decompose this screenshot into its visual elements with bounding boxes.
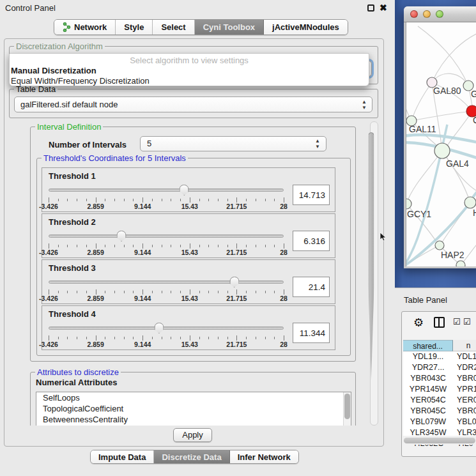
table-panel-title: Table Panel (404, 295, 447, 305)
table-row[interactable]: YER054CYER0 (403, 395, 476, 406)
node-attribute-table: shared... n YDL19...YDL1 YDR27...YDR2 YB… (403, 340, 476, 436)
threshold-4-slider[interactable]: -3.4262.8599.14415.4321.71528 (49, 323, 284, 348)
desktop-background: GAL80 GA GAL11 C GAL4 GCY1 H HAP2 (395, 0, 476, 288)
slider-track (49, 234, 284, 238)
tab-style[interactable]: Style (116, 20, 153, 35)
algorithm-group-title: Discretization Algorithm (14, 42, 105, 51)
list-item[interactable]: TopologicalCoefficient (36, 403, 351, 414)
table-horizontal-scrollbar[interactable] (403, 437, 476, 445)
threshold-1-label: Threshold 1 (49, 171, 96, 181)
node-h[interactable] (464, 197, 476, 208)
tab-select[interactable]: Select (153, 20, 194, 35)
close-icon[interactable]: ✖ (380, 3, 387, 13)
list-scrollbar-thumb[interactable] (344, 394, 350, 419)
threshold-3-panel: Threshold 3 -3.4262.8599.14415.4321.7152… (42, 259, 335, 304)
threshold-2-slider[interactable]: -3.4262.8599.14415.4321.71528 (49, 231, 284, 256)
network-window-titlebar[interactable] (404, 6, 476, 22)
node-gcy1[interactable] (406, 199, 411, 209)
slider-tick-labels: -3.4262.8599.14415.4321.71528 (49, 295, 284, 302)
table-row[interactable]: YDL19...YDL1 (403, 351, 476, 362)
list-item[interactable]: SelfLoops (36, 392, 351, 403)
close-traffic-light-icon[interactable] (410, 10, 418, 18)
threshold-2-panel: Threshold 2 -3.4262.8599.14415.4321.7152… (42, 213, 335, 258)
node[interactable] (456, 261, 465, 266)
node-label: C (473, 115, 476, 125)
table-panel: Table Panel ⚙ ☑ ☑ shared... n YDL19...YD… (395, 288, 476, 476)
slider-thumb[interactable] (117, 231, 127, 242)
float-window-icon[interactable] (367, 4, 374, 12)
tab-impute-data[interactable]: Impute Data (91, 450, 154, 463)
tab-cyni-toolbox[interactable]: Cyni Toolbox (195, 20, 264, 35)
spinner-value: 5 (147, 139, 151, 148)
slider-thumb[interactable] (154, 323, 164, 334)
table-row[interactable]: YDR27...YDR2 (403, 362, 476, 373)
threshold-3-value-input[interactable]: 21.4 (293, 277, 330, 297)
node-label: GAL11 (409, 124, 436, 134)
numerical-attributes-label: Numerical Attributes (36, 378, 117, 387)
table-row[interactable]: YBR043CYBR0 (403, 373, 476, 384)
node-hap2[interactable] (435, 241, 444, 250)
threshold-3-label: Threshold 3 (49, 263, 96, 273)
slider-track (49, 188, 284, 192)
table-data-combobox[interactable]: galFiltered.sif default node ▲▼ (14, 96, 372, 112)
slider-ticks (49, 289, 284, 295)
slider-ticks (49, 335, 284, 341)
tab-network[interactable]: Network (54, 20, 116, 35)
node-label: HAP2 (441, 250, 464, 260)
minimize-traffic-light-icon[interactable] (423, 10, 431, 18)
threshold-2-value-input[interactable]: 6.316 (293, 231, 330, 251)
right-region: GAL80 GA GAL11 C GAL4 GCY1 H HAP2 Table (395, 0, 476, 476)
threshold-4-label: Threshold 4 (49, 309, 96, 319)
interval-definition-group: Interval Definition Number of Intervals … (30, 127, 356, 362)
number-of-intervals-spinner[interactable]: 5 ▲▼ (140, 136, 326, 151)
table-panel-frame: ⚙ ☑ ☑ shared... n YDL19...YDL1 YDR27...Y… (401, 311, 476, 457)
table-scrollbar-thumb[interactable] (404, 438, 475, 443)
threshold-1-slider[interactable]: -3.4262.8599.14415.4321.71528 (49, 185, 284, 210)
threshold-2-label: Threshold 2 (49, 217, 96, 227)
panel-title: Control Panel (5, 3, 56, 13)
apply-button[interactable]: Apply (173, 428, 212, 442)
dropdown-placeholder: Select algorithm to view settings (10, 56, 369, 65)
slider-tick-labels: -3.4262.8599.14415.4321.71528 (49, 249, 284, 256)
checkbox-checked-icon[interactable]: ☑ (453, 317, 461, 326)
number-of-intervals-label: Number of Intervals (49, 140, 127, 150)
tab-discretize-data[interactable]: Discretize Data (154, 450, 229, 463)
gear-icon[interactable]: ⚙ (413, 316, 424, 330)
slider-thumb[interactable] (229, 277, 239, 288)
threshold-1-panel: Threshold 1 -3.4262.8599.14415.4321.7152… (42, 167, 335, 212)
tab-jactivemnodules[interactable]: jActiveMNodules (264, 20, 348, 35)
checkbox-checked-icon[interactable]: ☑ (463, 317, 471, 326)
tab-network-label: Network (74, 22, 107, 32)
thresholds-group: Threshold's Coordinates for 5 Intervals … (36, 158, 351, 356)
table-row[interactable]: YPR145WYPR1 (403, 384, 476, 395)
node-gal4[interactable] (434, 143, 450, 158)
table-row[interactable]: YBR045CYBR0 (403, 406, 476, 417)
threshold-3-slider[interactable]: -3.4262.8599.14415.4321.71528 (49, 277, 284, 302)
main-scrollbar[interactable] (370, 121, 378, 426)
table-row[interactable]: YBL079WYBL0 (403, 417, 476, 427)
threshold-1-value-input[interactable]: 14.713 (293, 185, 330, 205)
attributes-group: Attributes to discretize Numerical Attri… (30, 372, 356, 426)
interval-definition-title: Interval Definition (35, 122, 103, 132)
list-scrollbar[interactable] (343, 392, 351, 426)
column-header-shared[interactable]: shared... (403, 340, 453, 351)
numerical-attributes-list[interactable]: SelfLoops TopologicalCoefficient Between… (36, 392, 351, 426)
slider-thumb[interactable] (180, 185, 189, 196)
slider-ticks (49, 197, 284, 203)
dropdown-item-equal-width-frequency[interactable]: Equal Width/Frequency Discretization (11, 76, 150, 86)
node-label: GAL4 (446, 158, 469, 169)
bottom-tab-bar: Impute Data Discretize Data Infer Networ… (90, 450, 299, 464)
zoom-traffic-light-icon[interactable] (436, 10, 443, 18)
slider-tick-labels: -3.4262.8599.14415.4321.71528 (49, 203, 284, 210)
algorithm-dropdown-popup: Select algorithm to view settings Manual… (9, 53, 369, 86)
threshold-4-value-input[interactable]: 11.344 (293, 323, 330, 343)
dropdown-item-manual-discretization[interactable]: Manual Discretization (11, 66, 96, 75)
columns-icon[interactable] (434, 317, 445, 328)
network-canvas[interactable]: GAL80 GA GAL11 C GAL4 GCY1 H HAP2 (406, 22, 476, 266)
network-icon (63, 22, 71, 32)
threshold-4-panel: Threshold 4 -3.4262.8599.14415.4321.7152… (42, 305, 335, 350)
list-item[interactable]: BetweennessCentrality (36, 414, 351, 425)
column-header-name[interactable]: n (453, 340, 476, 351)
settings-scroll-viewport: Interval Definition Number of Intervals … (9, 121, 369, 426)
tab-infer-network[interactable]: Infer Network (230, 450, 298, 463)
